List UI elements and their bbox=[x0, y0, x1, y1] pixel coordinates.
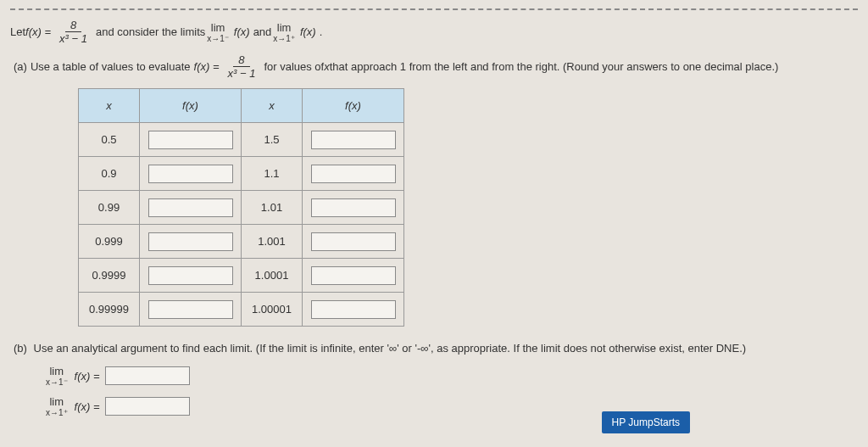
lim-sub: x→1⁺ bbox=[46, 408, 68, 417]
th-x-left: x bbox=[79, 89, 140, 123]
limit-left-input[interactable] bbox=[105, 366, 190, 385]
intro-fx-2: f(x) bbox=[300, 25, 316, 38]
fx-left-input[interactable] bbox=[148, 266, 233, 285]
lim-label: lim bbox=[211, 21, 225, 34]
x-left-cell: 0.9 bbox=[79, 157, 140, 191]
lim-sub-left: x→1⁻ bbox=[207, 34, 229, 43]
intro-lim-right: lim x→1⁺ bbox=[273, 21, 295, 43]
lim-label: lim bbox=[49, 365, 64, 377]
lim-left: lim x→1⁻ bbox=[46, 365, 68, 387]
fx-left-input[interactable] bbox=[148, 232, 233, 251]
x-left-cell: 0.5 bbox=[79, 123, 140, 157]
table-row: 0.99999 1.00001 bbox=[79, 293, 404, 327]
x-left-cell: 0.9999 bbox=[79, 259, 140, 293]
fx-left-input[interactable] bbox=[148, 131, 233, 149]
fx-right-input[interactable] bbox=[311, 232, 396, 251]
x-left-cell: 0.99999 bbox=[79, 293, 140, 327]
hp-jumpstarts-button[interactable]: HP JumpStarts bbox=[602, 411, 690, 433]
limit-right-row: lim x→1⁺ f(x) = bbox=[44, 395, 858, 417]
fx-right-input[interactable] bbox=[311, 266, 396, 285]
part-a-text3: that approach 1 from the left and from t… bbox=[330, 60, 779, 73]
table-row: 0.5 1.5 bbox=[79, 123, 404, 157]
intro-fraction: 8 x³ − 1 bbox=[54, 19, 92, 45]
lim-fx-eq: f(x) = bbox=[75, 370, 100, 383]
table-row: 0.9 1.1 bbox=[79, 157, 404, 191]
part-a-label: (a) bbox=[14, 60, 27, 73]
part-a-text1: Use a table of values to evaluate bbox=[31, 60, 191, 73]
fx-right-input[interactable] bbox=[311, 131, 396, 149]
fx-left-input[interactable] bbox=[148, 198, 233, 217]
x-right-cell: 1.00001 bbox=[242, 293, 303, 327]
part-b-label: (b) bbox=[14, 342, 27, 355]
problem-intro: Let f(x) = 8 x³ − 1 and consider the lim… bbox=[10, 19, 858, 45]
intro-period: . bbox=[320, 25, 323, 38]
part-b-text: Use an analytical argument to find each … bbox=[34, 342, 747, 355]
table-row: 0.999 1.001 bbox=[79, 225, 404, 259]
th-x-right: x bbox=[242, 89, 303, 123]
intro-fx-eq: f(x) = bbox=[25, 25, 51, 38]
x-left-cell: 0.999 bbox=[79, 225, 140, 259]
x-right-cell: 1.01 bbox=[242, 191, 303, 225]
lim-fx-eq: f(x) = bbox=[75, 400, 100, 413]
x-right-cell: 1.0001 bbox=[242, 259, 303, 293]
table-row: 0.99 1.01 bbox=[79, 191, 404, 225]
part-a: (a) Use a table of values to evaluate f(… bbox=[10, 53, 858, 80]
x-right-cell: 1.5 bbox=[242, 123, 303, 157]
part-a-frac-den: x³ − 1 bbox=[223, 67, 261, 80]
fx-right-input[interactable] bbox=[311, 300, 396, 319]
lim-sub: x→1⁻ bbox=[46, 377, 68, 387]
fx-left-input[interactable] bbox=[148, 165, 233, 183]
fx-right-input[interactable] bbox=[311, 165, 396, 183]
intro-and: and bbox=[253, 25, 272, 38]
lim-right: lim x→1⁺ bbox=[46, 395, 68, 417]
intro-let: Let bbox=[10, 25, 25, 38]
limit-left-row: lim x→1⁻ f(x) = bbox=[44, 365, 858, 387]
th-fx-right: f(x) bbox=[303, 89, 404, 123]
intro-consider: and consider the limits bbox=[96, 25, 205, 38]
x-right-cell: 1.1 bbox=[242, 157, 303, 191]
intro-frac-den: x³ − 1 bbox=[54, 32, 92, 45]
lim-sub-right: x→1⁺ bbox=[273, 34, 295, 43]
th-fx-left: f(x) bbox=[140, 89, 242, 123]
table-row: 0.9999 1.0001 bbox=[79, 259, 404, 293]
fx-left-input[interactable] bbox=[148, 300, 233, 319]
x-right-cell: 1.001 bbox=[242, 225, 303, 259]
intro-fx-1: f(x) bbox=[234, 25, 250, 38]
intro-lim-left: lim x→1⁻ bbox=[207, 21, 229, 43]
part-a-fraction: 8 x³ − 1 bbox=[223, 53, 261, 80]
values-table: x f(x) x f(x) 0.5 1.5 0.9 1.1 0.99 bbox=[78, 88, 404, 327]
x-left-cell: 0.99 bbox=[79, 191, 140, 225]
part-a-text2: for values of bbox=[264, 60, 324, 73]
divider bbox=[10, 8, 858, 10]
lim-label: lim bbox=[49, 395, 64, 408]
limit-right-input[interactable] bbox=[105, 397, 190, 416]
fx-right-input[interactable] bbox=[311, 198, 396, 217]
part-a-fx-eq: f(x) = bbox=[194, 60, 220, 73]
lim-label-2: lim bbox=[277, 21, 292, 34]
part-a-frac-num: 8 bbox=[233, 53, 249, 67]
intro-frac-num: 8 bbox=[65, 19, 81, 32]
part-b: (b) Use an analytical argument to find e… bbox=[10, 342, 858, 355]
